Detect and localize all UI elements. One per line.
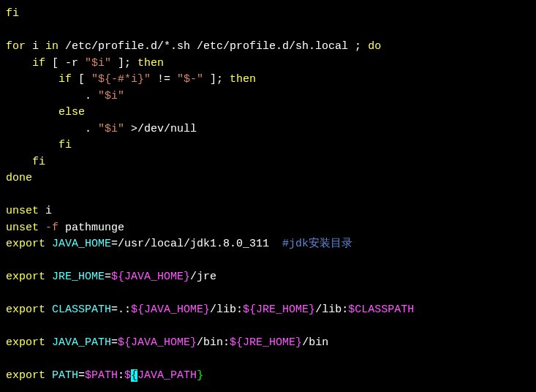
code-line: unset -f pathmunge xyxy=(6,222,124,234)
code-line: . "$i" >/dev/null xyxy=(6,123,197,135)
code-line: else xyxy=(6,106,85,118)
code-line: for i in /etc/profile.d/*.sh /etc/profil… xyxy=(6,40,381,53)
code-line: fi xyxy=(6,7,19,20)
code-line: export JAVA_PATH=${JAVA_HOME}/bin:${JRE_… xyxy=(6,336,328,349)
code-line: export JRE_HOME=${JAVA_HOME}/jre xyxy=(6,271,216,283)
code-line: export CLASSPATH=.:${JAVA_HOME}/lib:${JR… xyxy=(6,304,414,316)
code-line: if [ "${-#*i}" != "$-" ]; then xyxy=(6,73,256,86)
code-line: if [ -r "$i" ]; then xyxy=(6,57,164,69)
code-line: unset i xyxy=(6,205,52,217)
code-line: export JAVA_HOME=/usr/local/jdk1.8.0_311… xyxy=(6,238,352,250)
code-line: done xyxy=(6,172,32,184)
terminal-editor[interactable]: fi for i in /etc/profile.d/*.sh /etc/pro… xyxy=(6,6,530,385)
code-line: export PATH=$PATH:${JAVA_PATH} xyxy=(6,369,203,382)
code-line: fi xyxy=(6,156,45,168)
cursor-bracket-close: } xyxy=(197,369,203,382)
code-line: fi xyxy=(6,139,72,151)
code-line: . "$i" xyxy=(6,90,124,102)
cursor-bracket-open: { xyxy=(131,369,137,382)
